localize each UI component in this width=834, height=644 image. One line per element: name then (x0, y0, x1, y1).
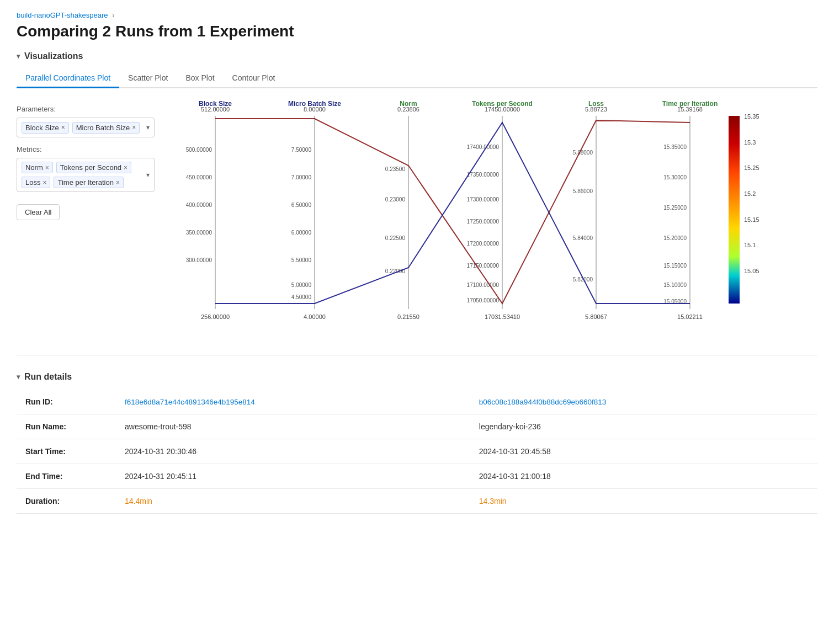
svg-text:6.50000: 6.50000 (291, 202, 312, 208)
tag-tokens-per-second-remove[interactable]: × (124, 164, 128, 171)
svg-text:17100.00000: 17100.00000 (467, 282, 500, 288)
section-divider (17, 355, 817, 355)
svg-text:0.22500: 0.22500 (385, 235, 406, 241)
tag-block-size: Block Size × (22, 122, 69, 134)
svg-text:17050.00000: 17050.00000 (467, 297, 500, 304)
visualizations-section-header[interactable]: ▾ Visualizations (17, 51, 817, 61)
run1-id-link[interactable]: f618e6d8a71e44c4891346e4b195e814 (125, 398, 255, 406)
svg-text:6.00000: 6.00000 (291, 230, 312, 236)
svg-text:5.88000: 5.88000 (573, 150, 593, 156)
table-row-start-time: Start Time: 2024-10-31 20:30:46 2024-10-… (17, 439, 817, 464)
svg-text:15.35000: 15.35000 (663, 144, 687, 150)
svg-text:300.00000: 300.00000 (186, 257, 213, 263)
colorbar-label-1: 15.35 (744, 113, 759, 120)
tag-norm-label: Norm (25, 163, 43, 172)
page-title: Comparing 2 Runs from 1 Experiment (17, 23, 817, 40)
svg-text:17350.00000: 17350.00000 (467, 172, 500, 178)
run-details-label: Run details (24, 372, 72, 382)
run1-line (215, 119, 690, 304)
svg-text:5.50000: 5.50000 (291, 257, 312, 263)
svg-text:17400.00000: 17400.00000 (467, 144, 500, 150)
tag-block-size-remove[interactable]: × (61, 124, 65, 131)
tag-time-per-iteration-label: Time per Iteration (57, 178, 113, 187)
metrics-label: Metrics: (17, 145, 155, 153)
breadcrumb[interactable]: build-nanoGPT-shakespeare › (17, 11, 817, 19)
run-details-section: ▾ Run details Run ID: f618e6d8a71e44c489… (17, 372, 817, 514)
run-id-label: Run ID: (17, 390, 116, 414)
tab-box-plot[interactable]: Box Plot (177, 69, 223, 88)
run1-duration: 14.4min (116, 489, 470, 514)
tag-norm: Norm × (22, 162, 53, 173)
run-name-label: Run Name: (17, 414, 116, 439)
svg-text:0.23000: 0.23000 (385, 196, 406, 203)
svg-text:5.84000: 5.84000 (573, 235, 593, 241)
svg-text:17250.00000: 17250.00000 (467, 219, 500, 225)
svg-text:17150.00000: 17150.00000 (467, 263, 500, 269)
colorbar-label-4: 15.2 (744, 190, 756, 197)
table-row-duration: Duration: 14.4min 14.3min (17, 489, 817, 514)
axis-title-norm: Norm (400, 100, 417, 108)
axis-bottom-loss: 5.80067 (585, 313, 607, 320)
svg-text:0.22000: 0.22000 (385, 268, 406, 274)
svg-text:400.00000: 400.00000 (186, 202, 213, 208)
svg-text:15.15000: 15.15000 (663, 263, 687, 269)
visualizations-chevron: ▾ (17, 52, 20, 60)
colorbar-label-6: 15.1 (744, 242, 756, 248)
svg-text:4.50000: 4.50000 (291, 294, 312, 300)
breadcrumb-label: build-nanoGPT-shakespeare (17, 11, 108, 19)
svg-text:500.00000: 500.00000 (186, 147, 213, 153)
chart-area: 512.00000 256.00000 500.00000 450.00000 … (166, 99, 817, 338)
axis-bottom-norm: 0.21550 (397, 313, 419, 320)
tag-micro-batch-size-remove[interactable]: × (132, 124, 136, 131)
tag-micro-batch-size-label: Micro Batch Size (76, 124, 130, 132)
page-container: build-nanoGPT-shakespeare › Comparing 2 … (0, 0, 834, 525)
table-row-end-time: End Time: 2024-10-31 20:45:11 2024-10-31… (17, 464, 817, 489)
svg-text:17300.00000: 17300.00000 (467, 196, 500, 203)
tag-micro-batch-size: Micro Batch Size × (72, 122, 140, 134)
colorbar-label-2: 15.3 (744, 139, 756, 146)
parallel-coords-svg: 512.00000 256.00000 500.00000 450.00000 … (166, 99, 773, 337)
run1-start-time: 2024-10-31 20:30:46 (116, 439, 470, 464)
run1-name: awesome-trout-598 (116, 414, 470, 439)
axis-bottom-block-size: 256.00000 (201, 313, 230, 320)
colorbar-label-3: 15.25 (744, 164, 759, 171)
clear-all-button[interactable]: Clear All (17, 204, 60, 220)
svg-text:5.00000: 5.00000 (291, 282, 312, 288)
run2-line (215, 123, 690, 304)
tab-scatter-plot[interactable]: Scatter Plot (119, 69, 177, 88)
tag-norm-remove[interactable]: × (45, 164, 49, 171)
axis-title-time: Time per Iteration (662, 100, 718, 108)
svg-text:0.23500: 0.23500 (385, 166, 406, 172)
axis-bottom-time: 15.02211 (677, 313, 703, 320)
table-row-run-name: Run Name: awesome-trout-598 legendary-ko… (17, 414, 817, 439)
tag-loss-label: Loss (25, 178, 40, 187)
tag-time-per-iteration: Time per Iteration × (54, 177, 123, 188)
controls-panel: Parameters: Block Size × Micro Batch Siz… (17, 99, 155, 338)
duration-label: Duration: (17, 489, 116, 514)
svg-text:15.25000: 15.25000 (663, 205, 687, 211)
end-time-label: End Time: (17, 464, 116, 489)
run2-end-time: 2024-10-31 21:00:18 (470, 464, 817, 489)
run2-id-link[interactable]: b06c08c188a944f0b88dc69eb660f813 (479, 398, 606, 406)
run1-end-time: 2024-10-31 20:45:11 (116, 464, 470, 489)
svg-text:5.86000: 5.86000 (573, 188, 593, 194)
colorbar-rect (729, 116, 740, 304)
svg-text:7.00000: 7.00000 (291, 174, 312, 180)
run2-duration-value: 14.3min (479, 497, 507, 505)
run-details-table: Run ID: f618e6d8a71e44c4891346e4b195e814… (17, 390, 817, 514)
tab-contour-plot[interactable]: Contour Plot (224, 69, 284, 88)
svg-text:7.50000: 7.50000 (291, 147, 312, 153)
tag-block-size-label: Block Size (25, 124, 59, 132)
tag-loss: Loss × (22, 177, 50, 188)
run-details-section-header[interactable]: ▾ Run details (17, 372, 817, 382)
parameters-dropdown-arrow[interactable]: ▾ (146, 124, 150, 131)
run2-name: legendary-koi-236 (470, 414, 817, 439)
metrics-dropdown-arrow[interactable]: ▾ (146, 171, 150, 179)
tab-parallel-coordinates[interactable]: Parallel Coordinates Plot (17, 69, 119, 88)
colorbar-label-5: 15.15 (744, 216, 759, 223)
axis-title-micro-batch: Micro Batch Size (288, 100, 341, 108)
svg-text:15.10000: 15.10000 (663, 282, 687, 288)
tag-loss-remove[interactable]: × (43, 179, 46, 186)
run1-duration-value: 14.4min (125, 497, 152, 505)
tag-time-per-iteration-remove[interactable]: × (116, 179, 120, 186)
